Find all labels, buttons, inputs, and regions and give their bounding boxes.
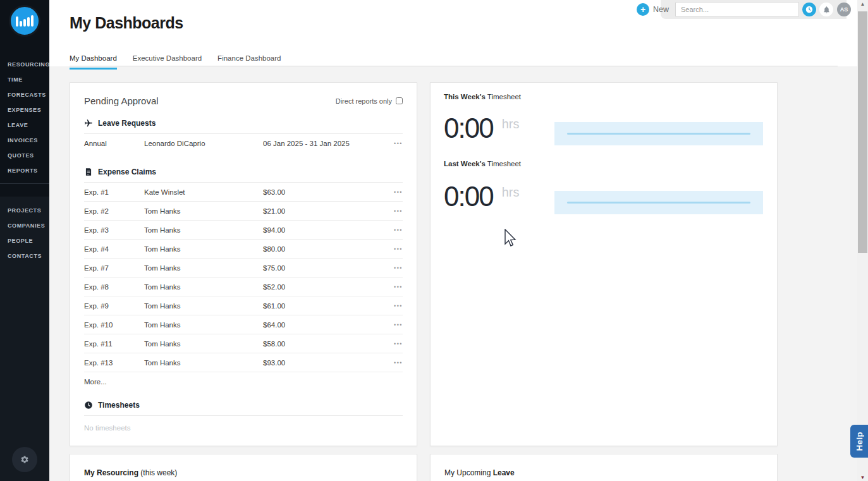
bell-icon xyxy=(822,6,831,14)
leave-request-row[interactable]: Annual Leonardo DiCaprio 06 Jan 2025 - 3… xyxy=(84,133,403,152)
leave-type: Annual xyxy=(84,140,144,147)
expense-claim-row[interactable]: Exp. #4 Tom Hanks $80.00 ••• xyxy=(84,239,403,258)
direct-reports-checkbox[interactable] xyxy=(396,97,403,104)
gear-icon xyxy=(20,455,29,464)
notifications-button[interactable] xyxy=(819,3,833,16)
sidebar-item[interactable]: QUOTES xyxy=(0,148,49,163)
leave-dates: 06 Jan 2025 - 31 Jan 2025 xyxy=(263,140,388,147)
expense-claim-row[interactable]: Exp. #7 Tom Hanks $75.00 ••• xyxy=(84,258,403,277)
expense-claim-row[interactable]: Exp. #3 Tom Hanks $94.00 ••• xyxy=(84,220,403,239)
timesheets-empty-text: No timesheets xyxy=(84,416,403,432)
row-menu-button[interactable]: ••• xyxy=(388,322,403,328)
sidebar-item[interactable]: RESOURCING xyxy=(0,57,49,72)
this-week-hours: 0:00 hrs xyxy=(444,114,519,142)
search-input[interactable] xyxy=(675,2,799,17)
row-menu-button[interactable]: ••• xyxy=(388,140,403,147)
expense-claim-row[interactable]: Exp. #9 Tom Hanks $61.00 ••• xyxy=(84,296,403,315)
sidebar-item[interactable]: LEAVE xyxy=(0,118,49,133)
scroll-up-arrow-icon[interactable]: ▲ xyxy=(857,1,868,7)
last-week-hours: 0:00 hrs xyxy=(444,183,519,210)
row-menu-button[interactable]: ••• xyxy=(388,227,403,233)
expense-amount: $94.00 xyxy=(263,226,388,234)
clock-icon xyxy=(805,5,814,14)
page-scrollbar[interactable]: ▲ ▼ xyxy=(857,0,868,481)
expense-amount: $64.00 xyxy=(263,321,388,329)
expense-person: Tom Hanks xyxy=(144,226,263,234)
expense-amount: $80.00 xyxy=(263,245,388,253)
avatar[interactable]: AS xyxy=(837,3,851,16)
settings-button[interactable] xyxy=(12,447,37,472)
scrollbar-thumb[interactable] xyxy=(858,11,867,253)
row-menu-button[interactable]: ••• xyxy=(388,246,403,252)
expense-claim-row[interactable]: Exp. #8 Tom Hanks $52.00 ••• xyxy=(84,277,403,296)
direct-reports-label: Direct reports only xyxy=(336,97,392,105)
row-menu-button[interactable]: ••• xyxy=(388,189,403,195)
last-week-label: Last Week's Timesheet xyxy=(444,160,521,167)
leave-person: Leonardo DiCaprio xyxy=(144,140,263,147)
this-week-label: This Week's Timesheet xyxy=(444,93,521,100)
expense-claims-table: Exp. #1 Kate Winslet $63.00 ••• Exp. #2 … xyxy=(84,182,403,372)
time-tracker-button[interactable] xyxy=(802,3,816,16)
sidebar-item[interactable]: FORECASTS xyxy=(0,87,49,102)
sidebar-item[interactable]: TIME xyxy=(0,72,49,87)
more-link[interactable]: More... xyxy=(84,378,403,386)
expense-claim-row[interactable]: Exp. #13 Tom Hanks $93.00 ••• xyxy=(84,353,403,372)
tabs-divider xyxy=(70,66,838,66)
new-button[interactable]: + New xyxy=(637,3,669,16)
sidebar-item[interactable]: PROJECTS xyxy=(0,203,49,218)
expense-person: Tom Hanks xyxy=(144,321,263,329)
sidebar-item[interactable]: COMPANIES xyxy=(0,218,49,233)
sidebar-item[interactable]: REPORTS xyxy=(0,163,49,178)
expense-person: Tom Hanks xyxy=(144,207,263,215)
help-button[interactable]: Help xyxy=(850,425,868,458)
tab-my-dashboard[interactable]: My Dashboard xyxy=(70,54,117,70)
expense-amount: $61.00 xyxy=(263,302,388,310)
card-title: Pending Approval xyxy=(84,95,159,106)
sidebar-nav-secondary-wrap: PROJECTSCOMPANIESPEOPLECONTACTS xyxy=(0,197,49,481)
page-header: My Dashboards My Dashboard Executive Das… xyxy=(49,0,857,66)
pending-approval-card: Pending Approval Direct reports only Lea… xyxy=(70,82,417,446)
row-menu-button[interactable]: ••• xyxy=(388,284,403,290)
expense-person: Kate Winslet xyxy=(144,188,263,196)
row-menu-button[interactable]: ••• xyxy=(388,303,403,309)
leave-requests-table: Annual Leonardo DiCaprio 06 Jan 2025 - 3… xyxy=(84,133,403,152)
app-logo[interactable] xyxy=(0,0,49,48)
this-week-sparkline xyxy=(554,122,763,145)
expense-claim-row[interactable]: Exp. #1 Kate Winslet $63.00 ••• xyxy=(84,182,403,201)
sidebar-item[interactable]: CONTACTS xyxy=(0,248,49,264)
row-menu-button[interactable]: ••• xyxy=(388,265,403,271)
expense-claim-row[interactable]: Exp. #10 Tom Hanks $64.00 ••• xyxy=(84,315,403,334)
timesheet-clock-icon xyxy=(84,401,93,410)
sidebar-nav-secondary: PROJECTSCOMPANIESPEOPLECONTACTS xyxy=(0,203,49,264)
app: RESOURCINGTIMEFORECASTSEXPENSESLEAVEINVO… xyxy=(0,0,868,481)
new-button-label: New xyxy=(653,5,669,14)
expense-id: Exp. #4 xyxy=(84,245,144,253)
row-menu-button[interactable]: ••• xyxy=(388,208,403,214)
last-week-value: 0:00 xyxy=(444,183,493,210)
receipt-icon xyxy=(84,167,93,176)
expense-id: Exp. #11 xyxy=(84,340,144,348)
expense-amount: $52.00 xyxy=(263,283,388,291)
timesheets-heading: Timesheets xyxy=(98,401,140,410)
scroll-down-arrow-icon[interactable]: ▼ xyxy=(857,475,868,480)
logo-icon xyxy=(9,5,40,37)
row-menu-button[interactable]: ••• xyxy=(388,360,403,366)
expense-claim-row[interactable]: Exp. #2 Tom Hanks $21.00 ••• xyxy=(84,201,403,220)
expense-id: Exp. #1 xyxy=(84,188,144,196)
tab-finance-dashboard[interactable]: Finance Dashboard xyxy=(217,54,281,70)
expense-person: Tom Hanks xyxy=(144,340,263,348)
expense-amount: $75.00 xyxy=(263,264,388,272)
my-upcoming-leave-title: My Upcoming Leave xyxy=(444,468,763,477)
sidebar-item[interactable]: EXPENSES xyxy=(0,102,49,118)
sidebar-item[interactable]: INVOICES xyxy=(0,133,49,148)
expense-id: Exp. #3 xyxy=(84,226,144,234)
expense-person: Tom Hanks xyxy=(144,245,263,253)
expense-claim-row[interactable]: Exp. #11 Tom Hanks $58.00 ••• xyxy=(84,334,403,353)
sidebar-item[interactable]: PEOPLE xyxy=(0,233,49,248)
help-button-label: Help xyxy=(855,432,864,451)
my-resourcing-title: My Resourcing (this week) xyxy=(84,468,403,477)
sparkline-zero-line xyxy=(567,133,750,135)
plane-icon xyxy=(84,119,93,128)
row-menu-button[interactable]: ••• xyxy=(388,341,403,347)
tab-executive-dashboard[interactable]: Executive Dashboard xyxy=(133,54,202,70)
